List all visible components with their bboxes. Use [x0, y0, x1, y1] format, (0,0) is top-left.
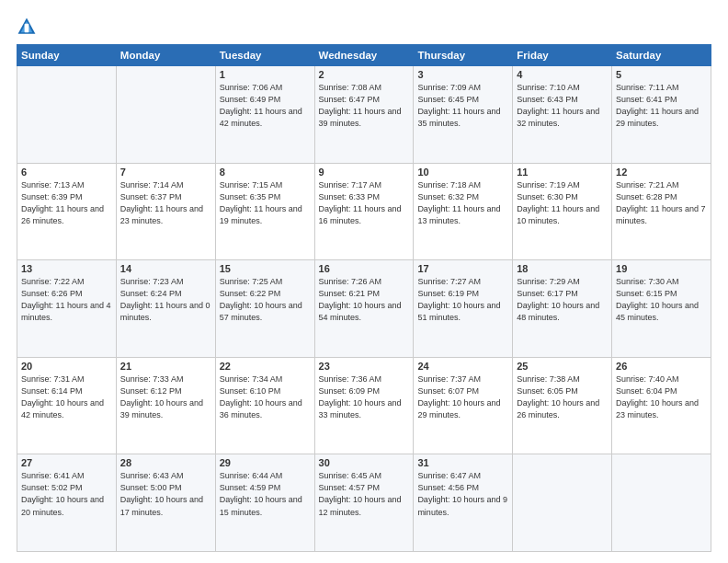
calendar-cell: 23Sunrise: 7:36 AM Sunset: 6:09 PM Dayli…: [314, 357, 414, 454]
day-info: Sunrise: 7:29 AM Sunset: 6:17 PM Dayligh…: [517, 276, 608, 324]
calendar-week-row: 20Sunrise: 7:31 AM Sunset: 6:14 PM Dayli…: [17, 357, 711, 454]
calendar-table: SundayMondayTuesdayWednesdayThursdayFrid…: [17, 44, 711, 552]
day-info: Sunrise: 7:06 AM Sunset: 6:49 PM Dayligh…: [220, 82, 311, 130]
day-number: 7: [120, 167, 211, 178]
logo: [17, 17, 40, 37]
page: SundayMondayTuesdayWednesdayThursdayFrid…: [0, 0, 728, 563]
day-number: 4: [517, 69, 608, 80]
calendar-cell: 26Sunrise: 7:40 AM Sunset: 6:04 PM Dayli…: [612, 357, 711, 454]
weekday-header-thursday: Thursday: [414, 45, 513, 66]
calendar-cell: [612, 454, 711, 552]
calendar-cell: 16Sunrise: 7:26 AM Sunset: 6:21 PM Dayli…: [314, 260, 414, 358]
day-info: Sunrise: 7:27 AM Sunset: 6:19 PM Dayligh…: [417, 276, 508, 324]
calendar-cell: 9Sunrise: 7:17 AM Sunset: 6:33 PM Daylig…: [314, 163, 414, 260]
calendar-week-row: 13Sunrise: 7:22 AM Sunset: 6:26 PM Dayli…: [17, 260, 711, 358]
day-info: Sunrise: 7:25 AM Sunset: 6:22 PM Dayligh…: [220, 276, 311, 324]
day-number: 31: [417, 457, 508, 468]
day-info: Sunrise: 7:36 AM Sunset: 6:09 PM Dayligh…: [319, 373, 410, 421]
logo-icon: [17, 17, 37, 37]
day-number: 17: [417, 263, 508, 274]
day-info: Sunrise: 7:33 AM Sunset: 6:12 PM Dayligh…: [120, 373, 211, 421]
weekday-header-row: SundayMondayTuesdayWednesdayThursdayFrid…: [17, 45, 711, 66]
day-number: 21: [120, 361, 211, 372]
calendar-week-row: 1Sunrise: 7:06 AM Sunset: 6:49 PM Daylig…: [17, 66, 711, 164]
calendar-cell: 13Sunrise: 7:22 AM Sunset: 6:26 PM Dayli…: [17, 260, 117, 358]
day-info: Sunrise: 7:34 AM Sunset: 6:10 PM Dayligh…: [220, 373, 311, 421]
day-number: 27: [21, 457, 112, 468]
day-info: Sunrise: 6:43 AM Sunset: 5:00 PM Dayligh…: [120, 470, 211, 518]
calendar-cell: 17Sunrise: 7:27 AM Sunset: 6:19 PM Dayli…: [414, 260, 513, 358]
calendar-cell: 10Sunrise: 7:18 AM Sunset: 6:32 PM Dayli…: [414, 163, 513, 260]
calendar-cell: 31Sunrise: 6:47 AM Sunset: 4:56 PM Dayli…: [414, 454, 513, 552]
day-info: Sunrise: 7:08 AM Sunset: 6:47 PM Dayligh…: [319, 82, 410, 130]
day-number: 2: [319, 69, 410, 80]
day-info: Sunrise: 7:13 AM Sunset: 6:39 PM Dayligh…: [21, 179, 112, 227]
day-info: Sunrise: 7:31 AM Sunset: 6:14 PM Dayligh…: [21, 373, 112, 421]
day-info: Sunrise: 7:37 AM Sunset: 6:07 PM Dayligh…: [417, 373, 508, 421]
svg-rect-2: [25, 24, 29, 32]
calendar-cell: [513, 454, 612, 552]
weekday-header-saturday: Saturday: [612, 45, 711, 66]
calendar-cell: 12Sunrise: 7:21 AM Sunset: 6:28 PM Dayli…: [612, 163, 711, 260]
weekday-header-monday: Monday: [116, 45, 215, 66]
day-info: Sunrise: 7:09 AM Sunset: 6:45 PM Dayligh…: [417, 82, 508, 130]
day-number: 8: [220, 167, 311, 178]
day-number: 12: [616, 167, 707, 178]
calendar-week-row: 6Sunrise: 7:13 AM Sunset: 6:39 PM Daylig…: [17, 163, 711, 260]
day-number: 29: [220, 457, 311, 468]
calendar-cell: 25Sunrise: 7:38 AM Sunset: 6:05 PM Dayli…: [513, 357, 612, 454]
day-info: Sunrise: 7:17 AM Sunset: 6:33 PM Dayligh…: [319, 179, 410, 227]
day-number: 15: [220, 263, 311, 274]
day-info: Sunrise: 7:30 AM Sunset: 6:15 PM Dayligh…: [616, 276, 707, 324]
day-info: Sunrise: 7:21 AM Sunset: 6:28 PM Dayligh…: [616, 179, 707, 227]
weekday-header-friday: Friday: [513, 45, 612, 66]
calendar-cell: 19Sunrise: 7:30 AM Sunset: 6:15 PM Dayli…: [612, 260, 711, 358]
calendar-cell: [116, 66, 215, 164]
day-info: Sunrise: 6:45 AM Sunset: 4:57 PM Dayligh…: [319, 470, 410, 518]
day-info: Sunrise: 7:18 AM Sunset: 6:32 PM Dayligh…: [417, 179, 508, 227]
calendar-cell: 24Sunrise: 7:37 AM Sunset: 6:07 PM Dayli…: [414, 357, 513, 454]
day-info: Sunrise: 7:40 AM Sunset: 6:04 PM Dayligh…: [616, 373, 707, 421]
day-info: Sunrise: 7:38 AM Sunset: 6:05 PM Dayligh…: [517, 373, 608, 421]
day-number: 14: [120, 263, 211, 274]
weekday-header-wednesday: Wednesday: [314, 45, 414, 66]
calendar-cell: 11Sunrise: 7:19 AM Sunset: 6:30 PM Dayli…: [513, 163, 612, 260]
day-info: Sunrise: 6:47 AM Sunset: 4:56 PM Dayligh…: [417, 470, 508, 518]
day-info: Sunrise: 7:26 AM Sunset: 6:21 PM Dayligh…: [319, 276, 410, 324]
day-number: 9: [319, 167, 410, 178]
day-number: 26: [616, 361, 707, 372]
calendar-cell: 3Sunrise: 7:09 AM Sunset: 6:45 PM Daylig…: [414, 66, 513, 164]
day-info: Sunrise: 7:10 AM Sunset: 6:43 PM Dayligh…: [517, 82, 608, 130]
calendar-cell: 28Sunrise: 6:43 AM Sunset: 5:00 PM Dayli…: [116, 454, 215, 552]
day-number: 5: [616, 69, 707, 80]
day-info: Sunrise: 7:23 AM Sunset: 6:24 PM Dayligh…: [120, 276, 211, 324]
day-number: 30: [319, 457, 410, 468]
calendar-cell: 15Sunrise: 7:25 AM Sunset: 6:22 PM Dayli…: [215, 260, 314, 358]
calendar-cell: 6Sunrise: 7:13 AM Sunset: 6:39 PM Daylig…: [17, 163, 117, 260]
day-number: 18: [517, 263, 608, 274]
calendar-cell: 7Sunrise: 7:14 AM Sunset: 6:37 PM Daylig…: [116, 163, 215, 260]
day-info: Sunrise: 7:15 AM Sunset: 6:35 PM Dayligh…: [220, 179, 311, 227]
day-number: 1: [220, 69, 311, 80]
calendar-cell: 14Sunrise: 7:23 AM Sunset: 6:24 PM Dayli…: [116, 260, 215, 358]
calendar-week-row: 27Sunrise: 6:41 AM Sunset: 5:02 PM Dayli…: [17, 454, 711, 552]
day-number: 28: [120, 457, 211, 468]
calendar-cell: [17, 66, 117, 164]
day-number: 23: [319, 361, 410, 372]
day-info: Sunrise: 7:19 AM Sunset: 6:30 PM Dayligh…: [517, 179, 608, 227]
day-info: Sunrise: 7:22 AM Sunset: 6:26 PM Dayligh…: [21, 276, 112, 324]
calendar-cell: 18Sunrise: 7:29 AM Sunset: 6:17 PM Dayli…: [513, 260, 612, 358]
header: [17, 17, 711, 37]
calendar-cell: 27Sunrise: 6:41 AM Sunset: 5:02 PM Dayli…: [17, 454, 117, 552]
day-number: 24: [417, 361, 508, 372]
calendar-cell: 5Sunrise: 7:11 AM Sunset: 6:41 PM Daylig…: [612, 66, 711, 164]
calendar-cell: 4Sunrise: 7:10 AM Sunset: 6:43 PM Daylig…: [513, 66, 612, 164]
weekday-header-tuesday: Tuesday: [215, 45, 314, 66]
calendar-cell: 30Sunrise: 6:45 AM Sunset: 4:57 PM Dayli…: [314, 454, 414, 552]
calendar-cell: 29Sunrise: 6:44 AM Sunset: 4:59 PM Dayli…: [215, 454, 314, 552]
day-info: Sunrise: 6:41 AM Sunset: 5:02 PM Dayligh…: [21, 470, 112, 518]
day-number: 20: [21, 361, 112, 372]
day-number: 22: [220, 361, 311, 372]
calendar-cell: 20Sunrise: 7:31 AM Sunset: 6:14 PM Dayli…: [17, 357, 117, 454]
weekday-header-sunday: Sunday: [17, 45, 117, 66]
